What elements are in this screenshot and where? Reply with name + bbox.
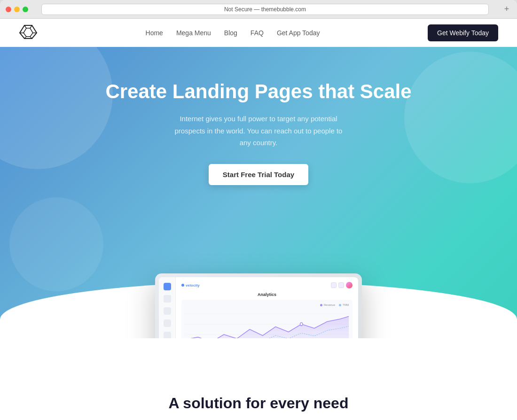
laptop-screen-inner: velocity Analytics [159,277,358,338]
new-tab-button[interactable]: + [502,5,511,14]
address-text: Not Secure — themebubble.com [224,6,306,13]
sidebar-item-2 [164,295,171,303]
address-bar[interactable]: Not Secure — themebubble.com [41,4,489,15]
browser-titlebar: Not Secure — themebubble.com + [0,0,517,19]
dashboard-brand: velocity [181,283,200,288]
topbar-icon-2 [338,282,344,288]
sidebar-item-3 [164,307,171,315]
nav-blog[interactable]: Blog [224,29,237,37]
analytics-title: Analytics [181,292,352,297]
maximize-button[interactable] [23,7,28,12]
nav-get-app[interactable]: Get App Today [277,29,320,37]
website: Home Mega Menu Blog FAQ Get App Today Ge… [0,19,517,420]
solution-title: A solution for every need [19,395,498,412]
laptop-screen: velocity Analytics [155,273,362,338]
hero-content: Create Landing Pages that Scale Internet… [19,80,498,185]
minimize-button[interactable] [14,7,20,12]
hero-blob-3 [9,197,103,291]
nav-cta-button[interactable]: Get Webify Today [428,24,498,41]
chart-legend: Revenue TRM [320,303,349,306]
legend-trm: TRM [339,303,349,306]
sidebar-item-1 [164,283,171,290]
solution-section: A solution for every need Doesn't matter… [0,338,517,420]
browser-window: Not Secure — themebubble.com + [0,0,517,420]
hero-section: Create Landing Pages that Scale Internet… [0,47,517,338]
laptop-mockup: velocity Analytics [155,273,362,338]
user-avatar [346,282,352,288]
nav-home[interactable]: Home [146,29,163,37]
chart-area: Revenue TRM [181,300,352,338]
sidebar-item-5 [164,332,171,338]
hero-subtitle: Internet gives you full power to target … [169,113,348,149]
legend-revenue: Revenue [320,303,335,306]
nav-links: Home Mega Menu Blog FAQ Get App Today [146,29,320,37]
legend-dot-trm [339,304,341,306]
dashboard-sidebar [159,277,176,338]
legend-dot-revenue [320,304,322,306]
browser-content: Home Mega Menu Blog FAQ Get App Today Ge… [0,19,517,420]
svg-point-12 [300,323,303,326]
logo[interactable] [19,24,38,41]
topbar-right [331,282,352,288]
traffic-lights [6,7,28,12]
hero-title: Create Landing Pages that Scale [19,80,498,103]
nav-faq[interactable]: FAQ [251,29,264,37]
topbar-icon-1 [331,282,337,288]
hero-cta-button[interactable]: Start Free Trial Today [209,164,308,185]
dashboard-main: velocity Analytics [176,277,358,338]
dashboard-topbar: velocity [181,282,352,288]
sidebar-item-4 [164,319,171,327]
svg-marker-1 [24,28,33,37]
nav-mega-menu[interactable]: Mega Menu [176,29,211,37]
analytics-chart [185,303,349,338]
close-button[interactable] [6,7,11,12]
navbar: Home Mega Menu Blog FAQ Get App Today Ge… [0,19,517,47]
brand-dot [181,284,184,287]
